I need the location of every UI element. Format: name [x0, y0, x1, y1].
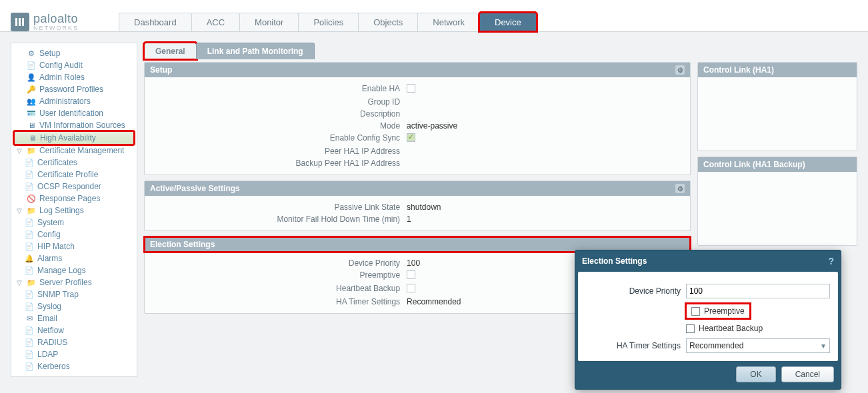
folder-icon: 🔑 — [27, 85, 36, 94]
sidebar-item-alarms[interactable]: 🔔Alarms — [14, 252, 134, 264]
heartbeat-backup-label: Heartbeat Backup — [699, 324, 763, 333]
sidebar-item-administrators[interactable]: 👥Administrators — [14, 95, 134, 107]
sidebar-item-vm-information-sources[interactable]: 🖥VM Information Sources — [14, 119, 134, 131]
dialog-title-bar: Election Settings ? — [575, 250, 841, 272]
kv-value: 1 — [407, 214, 682, 224]
sidebar-item-high-availability[interactable]: 🖥High Availability — [14, 131, 134, 145]
folder-icon: 🖥 — [27, 121, 36, 130]
preemptive-checkbox[interactable] — [691, 307, 700, 316]
folder-icon: 📄 — [25, 170, 34, 179]
sidebar-item-label: Admin Roles — [39, 73, 85, 82]
sidebar-item-label: OCSP Responder — [37, 182, 101, 191]
sidebar-item-server-profiles[interactable]: ▽📁Server Profiles — [14, 276, 134, 288]
kv-row: Passive Link Stateshutdown — [153, 201, 682, 213]
folder-icon: 🪪 — [27, 109, 36, 118]
sidebar-item-setup[interactable]: ⚙Setup — [14, 47, 134, 59]
sidebar-item-certificates[interactable]: 📄Certificates — [14, 157, 134, 169]
sidebar-item-label: Alarms — [37, 254, 62, 263]
cancel-button[interactable]: Cancel — [781, 366, 834, 382]
kv-row: Enable HA — [153, 83, 682, 96]
svg-rect-0 — [15, 18, 17, 26]
subtab-link-path-monitoring[interactable]: Link and Path Monitoring — [196, 43, 315, 59]
right-panel: Control Link (HA1) — [697, 62, 857, 151]
folder-icon: 📄 — [25, 182, 34, 191]
election-settings-dialog: Election Settings ? Device Priority Pree… — [575, 250, 841, 388]
folder-icon: 📄 — [27, 61, 36, 70]
sidebar-item-ldap[interactable]: 📄LDAP — [14, 348, 134, 360]
sidebar-item-label: Administrators — [39, 97, 91, 106]
tab-acc[interactable]: ACC — [191, 13, 240, 31]
active-passive-panel: Active/Passive Settings ⚙ Passive Link S… — [144, 181, 691, 231]
tab-device[interactable]: Device — [479, 13, 537, 31]
sidebar-item-log-settings[interactable]: ▽📁Log Settings — [14, 204, 134, 216]
tab-network[interactable]: Network — [417, 13, 480, 31]
gear-icon[interactable]: ⚙ — [675, 65, 685, 75]
sidebar-item-label: VM Information Sources — [39, 121, 125, 130]
sidebar-item-password-profiles[interactable]: 🔑Password Profiles — [14, 83, 134, 95]
kv-row: Modeactive-passive — [153, 120, 682, 132]
kv-key: Heartbeat Backup — [153, 284, 407, 294]
active-passive-header: Active/Passive Settings ⚙ — [145, 181, 690, 196]
folder-icon: ✉ — [25, 314, 34, 323]
sidebar-item-radius[interactable]: 📄RADIUS — [14, 336, 134, 348]
folder-icon: 📄 — [25, 242, 34, 251]
tab-objects[interactable]: Objects — [358, 13, 418, 31]
sidebar-item-syslog[interactable]: 📄Syslog — [14, 300, 134, 312]
folder-icon: 🔔 — [25, 254, 34, 263]
sidebar-item-label: Syslog — [37, 302, 61, 311]
tree-toggle-icon[interactable]: ▽ — [17, 147, 23, 155]
svg-rect-2 — [22, 18, 24, 26]
gear-icon[interactable]: ⚙ — [675, 184, 685, 193]
sidebar-item-certificate-profile[interactable]: 📄Certificate Profile — [14, 169, 134, 181]
sidebar-item-config[interactable]: 📄Config — [14, 228, 134, 240]
sidebar-item-manage-logs[interactable]: 📄Manage Logs — [14, 264, 134, 276]
sidebar-item-ocsp-responder[interactable]: 📄OCSP Responder — [14, 181, 134, 193]
sidebar-item-hip-match[interactable]: 📄HIP Match — [14, 240, 134, 252]
tab-monitor[interactable]: Monitor — [239, 13, 299, 31]
heartbeat-backup-checkbox[interactable] — [686, 324, 695, 333]
sidebar-item-user-identification[interactable]: 🪪User Identification — [14, 107, 134, 119]
subtab-general[interactable]: General — [144, 43, 197, 59]
sidebar-item-response-pages[interactable]: 🚫Response Pages — [14, 193, 134, 204]
ok-button[interactable]: OK — [736, 366, 775, 382]
sidebar-item-config-audit[interactable]: 📄Config Audit — [14, 59, 134, 71]
svg-rect-1 — [19, 18, 21, 26]
kv-key: Mode — [153, 121, 407, 131]
sidebar-item-email[interactable]: ✉Email — [14, 312, 134, 324]
sidebar-item-system[interactable]: 📄System — [14, 216, 134, 228]
setup-panel-header: Setup ⚙ — [145, 63, 690, 77]
sidebar-item-label: Server Profiles — [39, 278, 92, 287]
kv-key: Enable Config Sync — [153, 133, 407, 144]
sidebar-item-label: Setup — [39, 49, 60, 58]
sidebar-item-label: HIP Match — [37, 242, 75, 251]
kv-row: Monitor Fail Hold Down Time (min)1 — [153, 213, 682, 225]
top-nav-tabs: DashboardACCMonitorPoliciesObjectsNetwor… — [119, 13, 536, 31]
ha-timer-select[interactable]: Recommended ▼ — [686, 338, 830, 353]
kv-row: Backup Peer HA1 IP Address — [153, 157, 682, 169]
checkbox-icon — [407, 270, 415, 279]
kv-key: Group ID — [153, 97, 407, 107]
folder-icon: 📄 — [25, 350, 34, 359]
folder-icon: 📁 — [27, 278, 36, 287]
sidebar-item-label: Response Pages — [39, 194, 100, 203]
sidebar-item-certificate-management[interactable]: ▽📁Certificate Management — [14, 145, 134, 157]
sidebar-item-netflow[interactable]: 📄Netflow — [14, 324, 134, 336]
sidebar-item-admin-roles[interactable]: 👤Admin Roles — [14, 71, 134, 83]
tree-toggle-icon[interactable]: ▽ — [17, 279, 23, 286]
kv-row: Description — [153, 108, 682, 120]
folder-icon: 🖥 — [27, 133, 37, 143]
folder-icon: 📄 — [25, 266, 34, 275]
kv-key: Peer HA1 IP Address — [153, 147, 407, 156]
kv-row: Peer HA1 IP Address — [153, 145, 682, 157]
kv-value — [407, 109, 682, 119]
tab-policies[interactable]: Policies — [298, 13, 359, 31]
sidebar-item-kerberos[interactable]: 📄Kerberos — [14, 360, 134, 372]
tab-dashboard[interactable]: Dashboard — [119, 13, 192, 31]
sidebar-item-snmp-trap[interactable]: 📄SNMP Trap — [14, 288, 134, 300]
help-icon[interactable]: ? — [828, 256, 834, 266]
sidebar-item-label: Password Profiles — [39, 85, 103, 94]
checkbox-icon — [407, 284, 415, 292]
brand-sub: NETWORKS — [33, 25, 79, 31]
tree-toggle-icon[interactable]: ▽ — [17, 207, 23, 214]
device-priority-input[interactable] — [686, 284, 830, 298]
